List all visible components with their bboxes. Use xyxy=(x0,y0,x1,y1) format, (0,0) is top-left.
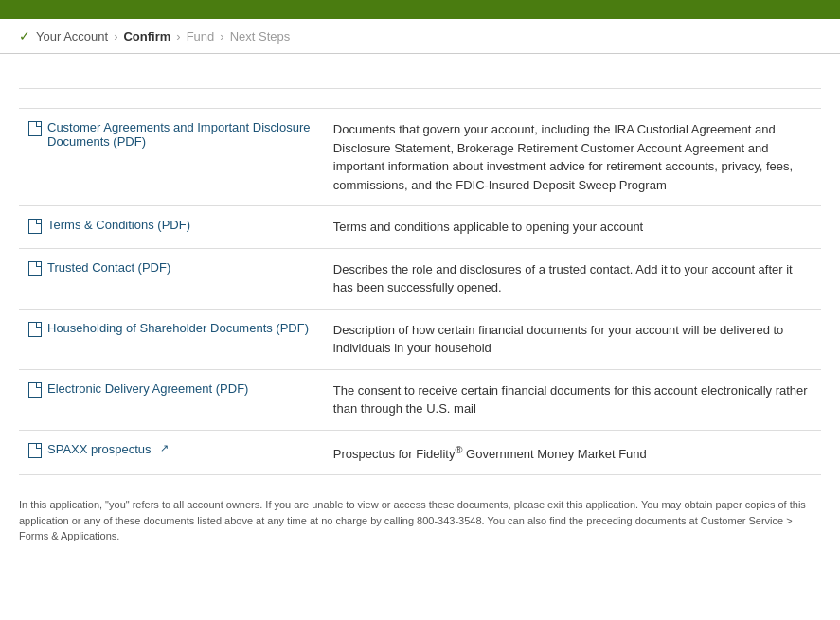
doc-link-cell[interactable]: Householding of Shareholder Documents (P… xyxy=(19,309,324,369)
doc-description: Prospectus for Fidelity® Government Mone… xyxy=(324,430,821,475)
doc-link-0[interactable]: Customer Agreements and Important Disclo… xyxy=(28,120,314,149)
documents-table: Customer Agreements and Important Disclo… xyxy=(19,108,821,475)
doc-link-text: Electronic Delivery Agreement (PDF) xyxy=(47,381,248,396)
doc-description: Description of how certain financial doc… xyxy=(324,309,821,369)
chevron-icon: › xyxy=(114,29,117,44)
doc-link-5[interactable]: SPAXX prospectus ↗ xyxy=(28,442,314,458)
table-row: Customer Agreements and Important Disclo… xyxy=(19,109,821,206)
external-link-icon: ↗ xyxy=(160,442,169,454)
table-row: Trusted Contact (PDF)Describes the role … xyxy=(19,248,821,309)
document-icon xyxy=(28,121,42,136)
doc-link-text: Customer Agreements and Important Disclo… xyxy=(47,120,314,149)
doc-link-cell[interactable]: Terms & Conditions (PDF) xyxy=(19,206,324,249)
doc-link-2[interactable]: Trusted Contact (PDF) xyxy=(28,260,314,276)
doc-link-text: Terms & Conditions (PDF) xyxy=(47,218,190,232)
page-title xyxy=(19,73,821,89)
main-content: Customer Agreements and Important Disclo… xyxy=(0,54,840,554)
doc-link-3[interactable]: Householding of Shareholder Documents (P… xyxy=(28,321,314,337)
doc-link-text: SPAXX prospectus xyxy=(47,442,152,456)
site-header xyxy=(0,0,840,19)
doc-link-text: Householding of Shareholder Documents (P… xyxy=(47,321,309,335)
breadcrumb-next-steps: Next Steps xyxy=(230,29,291,44)
doc-description: The consent to receive certain financial… xyxy=(324,369,821,430)
document-icon xyxy=(28,322,42,337)
document-icon xyxy=(28,219,42,234)
doc-link-4[interactable]: Electronic Delivery Agreement (PDF) xyxy=(28,381,314,398)
doc-link-cell[interactable]: SPAXX prospectus ↗ xyxy=(19,430,324,475)
doc-description: Terms and conditions applicable to openi… xyxy=(324,206,821,249)
table-row: Terms & Conditions (PDF)Terms and condit… xyxy=(19,206,821,249)
table-row: Electronic Delivery Agreement (PDF)The c… xyxy=(19,369,821,430)
document-icon xyxy=(28,382,42,398)
breadcrumb-confirm: Confirm xyxy=(123,29,170,44)
document-icon xyxy=(28,261,42,276)
doc-link-1[interactable]: Terms & Conditions (PDF) xyxy=(28,218,314,234)
breadcrumb-your-account[interactable]: Your Account xyxy=(36,29,108,44)
document-icon xyxy=(28,443,42,458)
breadcrumb: ✓ Your Account › Confirm › Fund › Next S… xyxy=(0,19,840,54)
doc-description: Describes the role and disclosures of a … xyxy=(324,248,821,309)
table-row: Householding of Shareholder Documents (P… xyxy=(19,309,821,369)
table-row: SPAXX prospectus ↗Prospectus for Fidelit… xyxy=(19,430,821,475)
chevron-icon: › xyxy=(176,29,180,44)
doc-description: Documents that govern your account, incl… xyxy=(324,109,821,206)
breadcrumb-fund: Fund xyxy=(187,29,215,44)
chevron-icon: › xyxy=(220,29,223,44)
doc-link-cell[interactable]: Electronic Delivery Agreement (PDF) xyxy=(19,369,324,430)
footer-note: In this application, "you" refers to all… xyxy=(19,487,821,544)
doc-link-text: Trusted Contact (PDF) xyxy=(47,260,170,275)
checkmark-icon: ✓ xyxy=(19,28,30,44)
doc-link-cell[interactable]: Customer Agreements and Important Disclo… xyxy=(19,109,324,206)
doc-link-cell[interactable]: Trusted Contact (PDF) xyxy=(19,248,324,309)
